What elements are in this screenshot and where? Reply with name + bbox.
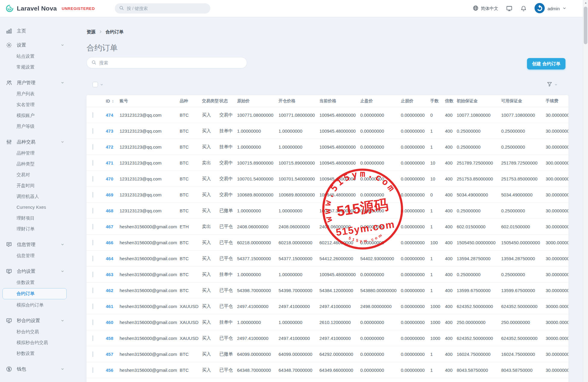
cell-账号: heshen3156000@gmail.com	[120, 362, 180, 378]
order-id-link[interactable]: 471	[106, 160, 113, 165]
row-checkbox[interactable]	[93, 351, 93, 357]
row-checkbox[interactable]	[93, 367, 93, 373]
sidebar-item[interactable]: 开盘时间	[0, 180, 69, 191]
cell-可用保证金: 0.25000000	[501, 266, 546, 282]
row-checkbox[interactable]	[93, 256, 93, 261]
sidebar-group-1[interactable]: 设置	[0, 41, 69, 49]
vertical-scrollbar[interactable]: ▲	[583, 0, 588, 382]
order-id-link[interactable]: 474	[106, 112, 113, 118]
order-id-link[interactable]: 473	[106, 128, 113, 134]
cell-可用保证金: 624352.50000000	[501, 330, 546, 346]
order-id-link[interactable]: 469	[106, 192, 113, 197]
global-search[interactable]	[115, 3, 210, 14]
row-checkbox[interactable]	[93, 112, 93, 118]
order-id-link[interactable]: 468	[106, 208, 113, 213]
sidebar-item[interactable]: 品种管理	[0, 148, 69, 159]
order-id-link[interactable]: 462	[106, 288, 113, 293]
sidebar-group-label: 信息管理	[17, 242, 35, 248]
sidebar-item[interactable]: 合约订单	[2, 288, 67, 299]
sidebar-group-2[interactable]: 用户管理	[0, 79, 69, 87]
row-checkbox[interactable]	[93, 240, 93, 245]
row-checkbox[interactable]	[93, 272, 93, 277]
sidebar-item[interactable]: 倍数设置	[0, 277, 69, 288]
column-header-ID[interactable]: ID▲▼	[106, 95, 120, 107]
cell-止盈价: 0.00000000	[360, 362, 401, 378]
sidebar-item[interactable]: 模拟合约订单	[0, 300, 69, 310]
row-checkbox[interactable]	[93, 319, 93, 325]
row-checkbox[interactable]	[93, 192, 93, 198]
row-checkbox[interactable]	[93, 288, 93, 293]
sidebar-item[interactable]: 调控机器人	[0, 191, 69, 202]
cell-开仓价格: 1.00000000	[279, 314, 319, 330]
sidebar-item[interactable]: 理财项目	[0, 213, 69, 223]
sidebar-item[interactable]: 模拟秒合约交易	[0, 337, 69, 348]
sidebar-group-6[interactable]: 秒合约设置	[0, 317, 69, 325]
row-checkbox[interactable]	[93, 176, 93, 182]
cell-当前价格: 2497.41000000	[319, 330, 360, 346]
cell-开仓价格: 1.00000000	[279, 266, 319, 282]
sidebar-item[interactable]: 信息管理	[0, 250, 69, 261]
sidebar-item[interactable]: 秒合约交易	[0, 326, 69, 337]
sidebar-item[interactable]: 品种类型	[0, 159, 69, 169]
row-checkbox[interactable]	[93, 128, 93, 134]
sidebar-item[interactable]: 用户等级	[0, 121, 69, 132]
breadcrumb-root[interactable]: 资源	[87, 29, 96, 35]
sidebar-item[interactable]: 交易对	[0, 169, 69, 180]
order-id-link[interactable]: 466	[106, 240, 113, 245]
row-checkbox[interactable]	[93, 303, 93, 309]
order-id-link[interactable]: 470	[106, 176, 113, 181]
sidebar-item[interactable]: 用户列表	[0, 88, 69, 99]
user-menu[interactable]: admin	[535, 3, 566, 14]
scrollbar-thumb[interactable]	[584, 7, 587, 44]
resource-search[interactable]	[87, 57, 247, 68]
table-row: 461heshen3156000@gmail.comXAUUSD买入已平仓249…	[87, 298, 568, 314]
scroll-up-arrow[interactable]: ▲	[583, 0, 588, 5]
order-id-link[interactable]: 457	[106, 352, 113, 357]
language-switcher[interactable]: 简体中文	[473, 5, 498, 12]
sidebar-group-3[interactable]: 品种交易	[0, 138, 69, 146]
row-checkbox[interactable]	[93, 144, 93, 150]
bell-icon[interactable]	[520, 5, 527, 12]
sidebar-item[interactable]: 模拟账户	[0, 110, 69, 121]
cell-初始保证金: 5034.49000000	[457, 187, 501, 203]
cell-交易类型: 买入	[202, 330, 219, 346]
brand-title: Laravel Nova	[17, 5, 57, 12]
row-checkbox[interactable]	[93, 160, 93, 166]
sidebar-item[interactable]: 站点设置	[0, 51, 69, 62]
cell-初始保证金: 251753.85000000	[457, 171, 501, 187]
filter-control[interactable]	[547, 81, 558, 88]
order-id-link[interactable]: 461	[106, 304, 113, 309]
row-checkbox[interactable]	[93, 335, 93, 341]
order-id-link[interactable]: 463	[106, 272, 113, 277]
sidebar-item[interactable]: 常规设置	[0, 62, 69, 72]
sidebar-item[interactable]: Currency Kxes	[0, 202, 69, 213]
row-checkbox[interactable]	[93, 224, 93, 230]
order-id-link[interactable]: 464	[106, 256, 113, 261]
order-id-link[interactable]: 458	[106, 336, 113, 341]
sidebar-group-0[interactable]: 主页	[0, 27, 69, 35]
resource-search-input[interactable]	[99, 60, 237, 65]
sidebar-item[interactable]: 秒数设置	[0, 348, 69, 359]
sort-icon[interactable]: ▲▼	[112, 100, 114, 103]
sidebar-item[interactable]: 实名管理	[0, 99, 69, 110]
sidebar-group-4[interactable]: 信息管理	[0, 241, 69, 248]
create-order-button[interactable]: 创建 合约订单	[527, 58, 565, 69]
global-search-input[interactable]	[127, 6, 199, 11]
cell-止损价: 0.00000000	[401, 378, 430, 382]
select-all-control[interactable]	[93, 82, 103, 87]
sidebar-group-7[interactable]: 钱包	[0, 365, 69, 373]
sidebar-item[interactable]: 理财订单	[0, 223, 69, 234]
order-id-link[interactable]: 467	[106, 224, 113, 229]
sidebar-group-5[interactable]: 合约设置	[0, 267, 69, 275]
display-icon[interactable]	[506, 5, 513, 12]
order-id-link[interactable]: 460	[106, 320, 113, 325]
row-checkbox[interactable]	[93, 208, 93, 214]
cell-品种: BTC	[180, 107, 202, 123]
order-id-link[interactable]: 456	[106, 368, 113, 373]
select-all-checkbox[interactable]	[93, 82, 98, 87]
order-id-link[interactable]: 472	[106, 144, 113, 149]
cell-开仓价格: 54377.15000000	[279, 251, 319, 266]
cell-交易类型: 买入	[202, 107, 219, 123]
cell-手数: 1	[430, 378, 445, 382]
laravel-nova-logo-icon[interactable]	[5, 4, 14, 13]
